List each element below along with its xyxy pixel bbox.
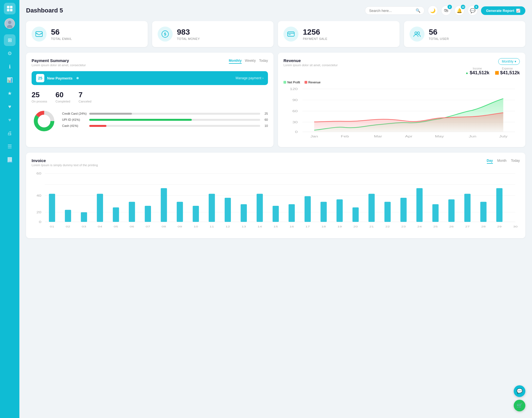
sidebar-item-print[interactable]: 🖨	[4, 127, 16, 139]
new-payments-left: 25 New Payments	[36, 74, 79, 82]
svg-rect-68	[384, 202, 390, 222]
stat-card-payment-sale: 1256 PAYMENT SALE	[278, 21, 400, 47]
pbar-label-cc: Credit Card (24%)	[62, 112, 87, 115]
moon-icon: 🌙	[430, 8, 436, 13]
manage-payment-link[interactable]: Manage payment ›	[236, 76, 264, 80]
stat-number-money: 983	[177, 28, 200, 37]
completed-number: 60	[55, 91, 70, 99]
svg-rect-62	[288, 204, 295, 222]
user-icon	[410, 27, 424, 42]
sidebar-item-heart2[interactable]: ♥	[4, 114, 16, 126]
cart-fab[interactable]: 🛒	[514, 400, 525, 411]
svg-text:Jun: Jun	[469, 135, 476, 138]
svg-text:90: 90	[292, 99, 298, 102]
invoice-tabs: Day Month Today	[487, 158, 520, 164]
svg-text:25: 25	[433, 225, 438, 228]
sidebar-item-dashboard[interactable]: ⊞	[4, 34, 16, 46]
generate-report-button[interactable]: Generate Report 📈	[481, 6, 525, 15]
search-input[interactable]	[369, 9, 413, 13]
email-icon	[32, 27, 47, 42]
page-title: Dashboard 5	[26, 7, 63, 14]
income-label: Income	[465, 67, 489, 70]
invoice-tab-month[interactable]: Month	[497, 158, 507, 164]
svg-rect-49	[81, 212, 87, 222]
payment-bars: Credit Card (24%) 25 UPI ID (41%) 60	[62, 112, 268, 130]
revenue-monthly-dropdown[interactable]: Monthly ▾	[498, 58, 520, 65]
chat-btn[interactable]: 💬 5	[468, 6, 478, 16]
on-process-number: 25	[32, 91, 47, 99]
bell-btn[interactable]: 🔔 12	[454, 6, 464, 16]
support-fab[interactable]: 💬	[514, 385, 525, 397]
middle-row: Payment Summary Lorem ipsum dolor sit am…	[26, 53, 525, 147]
invoice-tab-today[interactable]: Today	[511, 158, 520, 164]
svg-rect-64	[321, 202, 327, 222]
svg-rect-2	[7, 9, 9, 11]
svg-rect-61	[273, 206, 279, 222]
invoice-tab-day[interactable]: Day	[487, 158, 493, 164]
sidebar-item-star[interactable]: ★	[4, 88, 16, 99]
svg-rect-72	[448, 199, 454, 222]
svg-rect-7	[36, 32, 42, 37]
stat-info-payment: 1256 PAYMENT SALE	[303, 28, 328, 40]
svg-text:26: 26	[449, 225, 454, 228]
sidebar-logo[interactable]	[4, 3, 16, 14]
user-avatar[interactable]	[4, 18, 15, 29]
legend-net-profit: Net Profit	[283, 81, 300, 84]
tab-monthly[interactable]: Monthly	[229, 58, 242, 64]
svg-rect-66	[352, 207, 359, 222]
revenue-card: Revenue Lorem ipsum dolor sit amet, cons…	[278, 53, 525, 147]
sidebar-item-settings[interactable]: ⚙	[4, 48, 16, 59]
legend-revenue: Revenue	[305, 81, 321, 84]
pbar-label-cash: Cash (41%)	[62, 124, 87, 127]
payment-icon	[283, 27, 298, 42]
pbar-track-cash	[89, 125, 260, 127]
sidebar-item-info[interactable]: ℹ	[4, 61, 16, 73]
bell-icon: 🔔	[457, 8, 462, 13]
chevron-right-icon: ›	[262, 76, 264, 80]
stat-info-email: 56 TOTAL EMAIL	[51, 28, 72, 40]
payment-summary-title: Payment Summary	[32, 58, 86, 63]
sidebar-item-menu[interactable]: ☰	[4, 141, 16, 152]
dark-mode-toggle[interactable]: 🌙	[428, 6, 438, 16]
sidebar-item-list[interactable]: 📃	[4, 154, 16, 166]
income-stat: Income ▲ $41,512k	[465, 67, 489, 76]
svg-rect-73	[464, 194, 470, 222]
svg-text:40: 40	[36, 194, 41, 197]
stat-number-payment: 1256	[303, 28, 328, 37]
svg-text:0: 0	[39, 220, 41, 224]
pbar-upi: UPI ID (41%) 60	[62, 118, 268, 121]
payment-bottom: Credit Card (24%) 25 UPI ID (41%) 60	[32, 109, 268, 134]
svg-rect-12	[288, 32, 294, 36]
stat-card-total-money: $ 983 TOTAL MONEY	[152, 21, 274, 47]
search-icon[interactable]: 🔍	[416, 8, 420, 13]
svg-rect-14	[288, 34, 291, 35]
cart-btn[interactable]: 🛍 2	[441, 6, 451, 16]
svg-rect-59	[241, 204, 247, 222]
stat-card-total-user: 56 TOTAL USER	[404, 21, 526, 47]
pbar-label-upi: UPI ID (41%)	[62, 118, 87, 121]
svg-rect-47	[49, 194, 55, 222]
svg-text:30: 30	[292, 121, 298, 124]
canceled-number: 7	[78, 91, 91, 99]
pbar-cash: Cash (41%) 10	[62, 124, 268, 127]
svg-point-16	[417, 32, 420, 34]
svg-text:09: 09	[178, 225, 182, 228]
svg-text:Mar: Mar	[374, 135, 382, 138]
svg-rect-54	[161, 188, 167, 222]
svg-rect-1	[10, 6, 12, 8]
tab-today[interactable]: Today	[259, 58, 268, 64]
bell-badge: 12	[461, 5, 465, 9]
tab-weekly[interactable]: Weekly	[245, 58, 256, 64]
on-process-label: On process	[32, 100, 47, 103]
svg-point-20	[39, 116, 49, 126]
svg-rect-70	[416, 188, 423, 222]
svg-rect-63	[305, 196, 311, 222]
stats-row: 56 TOTAL EMAIL $ 983 TOTAL MONEY	[26, 21, 525, 47]
svg-rect-56	[193, 206, 199, 222]
svg-rect-57	[209, 194, 215, 222]
sidebar-item-chart[interactable]: 📊	[4, 74, 16, 86]
svg-text:04: 04	[98, 225, 102, 228]
search-box[interactable]: 🔍	[365, 6, 424, 15]
sidebar-item-heart1[interactable]: ♥	[4, 101, 16, 112]
status-dot	[76, 77, 79, 79]
